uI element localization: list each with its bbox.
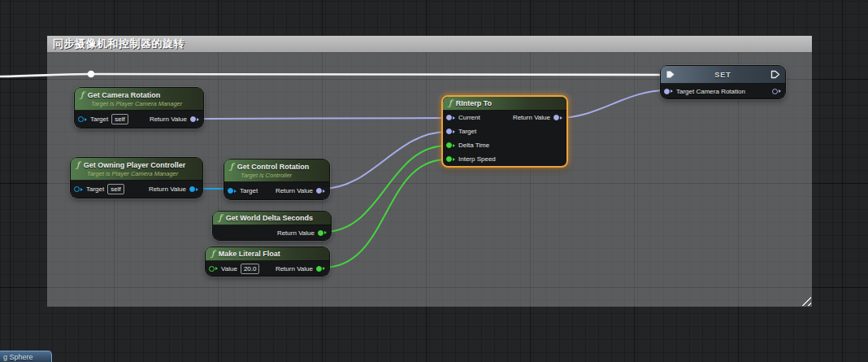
return-value-pin[interactable] bbox=[316, 266, 325, 272]
node-title: RInterp To bbox=[456, 98, 492, 108]
node-title: Get World Delta Seconds bbox=[226, 213, 313, 223]
wire-rinterp-to-set[interactable] bbox=[558, 90, 667, 118]
graph-tab-label: g Sphere bbox=[3, 353, 33, 361]
node-subtitle: Target is Controller bbox=[241, 172, 323, 180]
pin-label: Delta Time bbox=[458, 142, 489, 149]
node-rinterp-to[interactable]: ƒ RInterp To Current Return Value Target bbox=[441, 95, 568, 168]
return-value-pin[interactable] bbox=[190, 116, 199, 122]
function-icon: ƒ bbox=[219, 213, 222, 223]
function-icon: ƒ bbox=[76, 160, 80, 170]
node-title: Get Owning Player Controller bbox=[84, 160, 186, 170]
pin-label: Target bbox=[86, 185, 104, 193]
node-get-camera-rotation[interactable]: ƒ Get Camera Rotation Target is Player C… bbox=[75, 88, 203, 128]
node-header[interactable]: ƒ Make Literal Float bbox=[206, 247, 329, 261]
pin-label: Return Value bbox=[276, 187, 313, 194]
wire-exec[interactable] bbox=[0, 74, 666, 76]
pin-label: Return Value bbox=[513, 114, 550, 121]
function-icon: ƒ bbox=[230, 162, 233, 172]
exec-in-pin[interactable] bbox=[666, 70, 675, 79]
node-title: Get Control Rotation bbox=[237, 162, 310, 172]
target-camera-rotation-in-pin[interactable] bbox=[664, 89, 673, 94]
wire-camera-rotation-to-current[interactable] bbox=[197, 118, 447, 119]
current-pin[interactable] bbox=[446, 115, 455, 120]
node-subtitle: Target is Player Camera Manager bbox=[87, 170, 197, 178]
node-title: Make Literal Float bbox=[219, 249, 280, 259]
pin-label: Current bbox=[458, 114, 480, 121]
node-header[interactable]: ƒ Get Control Rotation Target is Control… bbox=[224, 159, 329, 182]
graph-tab[interactable]: g Sphere bbox=[0, 351, 52, 362]
node-header[interactable]: ƒ Get World Delta Seconds bbox=[213, 212, 331, 225]
return-value-pin[interactable] bbox=[316, 188, 325, 194]
node-make-literal-float[interactable]: ƒ Make Literal Float Value 20.0 Return V… bbox=[206, 247, 329, 276]
pin-label: Target Camera Rotation bbox=[676, 88, 745, 95]
node-get-world-delta-seconds[interactable]: ƒ Get World Delta Seconds Return Value bbox=[213, 212, 331, 240]
return-value-pin[interactable] bbox=[553, 115, 562, 120]
self-value-field[interactable]: self bbox=[107, 184, 124, 194]
target-camera-rotation-out-pin[interactable] bbox=[772, 89, 781, 94]
interp-speed-pin[interactable] bbox=[446, 156, 455, 162]
pin-label: Interp Speed bbox=[458, 155, 496, 163]
pin-label: Return Value bbox=[149, 185, 186, 193]
target-pin[interactable] bbox=[78, 116, 87, 122]
float-value-field[interactable]: 20.0 bbox=[241, 264, 260, 274]
function-icon: ƒ bbox=[211, 249, 215, 259]
pin-label: Return Value bbox=[150, 116, 187, 123]
node-header[interactable]: ƒ RInterp To bbox=[443, 97, 566, 111]
target-pin[interactable] bbox=[446, 129, 455, 134]
pin-label: Target bbox=[458, 128, 476, 135]
node-header[interactable]: ƒ Get Owning Player Controller Target is… bbox=[71, 158, 202, 181]
blueprint-graph-canvas[interactable]: 同步摄像机和控制器的旋转 ƒ Get Camera Rotation Targe… bbox=[0, 0, 868, 362]
node-get-control-rotation[interactable]: ƒ Get Control Rotation Target is Control… bbox=[224, 159, 329, 199]
exec-out-pin[interactable] bbox=[770, 70, 780, 79]
pin-label: Target bbox=[90, 116, 108, 123]
value-pin[interactable] bbox=[209, 266, 218, 272]
node-header[interactable]: ƒ Get Camera Rotation Target is Player C… bbox=[75, 88, 203, 111]
target-pin[interactable] bbox=[228, 188, 237, 194]
self-value-field[interactable]: self bbox=[111, 114, 128, 124]
node-title: SET bbox=[661, 71, 785, 79]
node-set-target-camera-rotation[interactable]: SET Target Camera Rotation bbox=[661, 66, 785, 98]
reroute-node[interactable] bbox=[88, 71, 95, 78]
node-title: Get Camera Rotation bbox=[88, 90, 161, 100]
wire-control-rotation-to-target[interactable] bbox=[323, 132, 447, 189]
node-subtitle: Target is Player Camera Manager bbox=[91, 100, 197, 108]
return-value-pin[interactable] bbox=[318, 230, 327, 236]
pin-label: Target bbox=[240, 187, 258, 194]
delta-time-pin[interactable] bbox=[446, 142, 455, 148]
pin-label: Value bbox=[221, 265, 237, 273]
node-header[interactable]: SET bbox=[661, 66, 785, 84]
pin-label: Return Value bbox=[277, 229, 315, 237]
target-pin[interactable] bbox=[74, 186, 83, 192]
function-icon: ƒ bbox=[449, 98, 452, 108]
node-get-owning-player-controller[interactable]: ƒ Get Owning Player Controller Target is… bbox=[71, 158, 202, 198]
pin-label: Return Value bbox=[276, 265, 313, 273]
wire-literal-float-to-interp-speed[interactable] bbox=[323, 159, 447, 268]
function-icon: ƒ bbox=[80, 90, 84, 100]
return-value-pin[interactable] bbox=[189, 186, 198, 192]
